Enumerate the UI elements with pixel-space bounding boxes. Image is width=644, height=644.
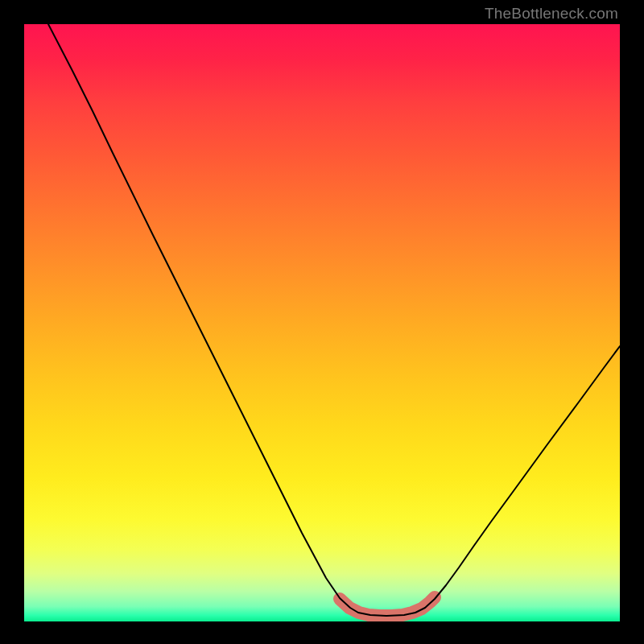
chart-container: TheBottleneck.com [0, 0, 644, 644]
watermark-text: TheBottleneck.com [485, 5, 618, 23]
plot-background [24, 24, 620, 621]
